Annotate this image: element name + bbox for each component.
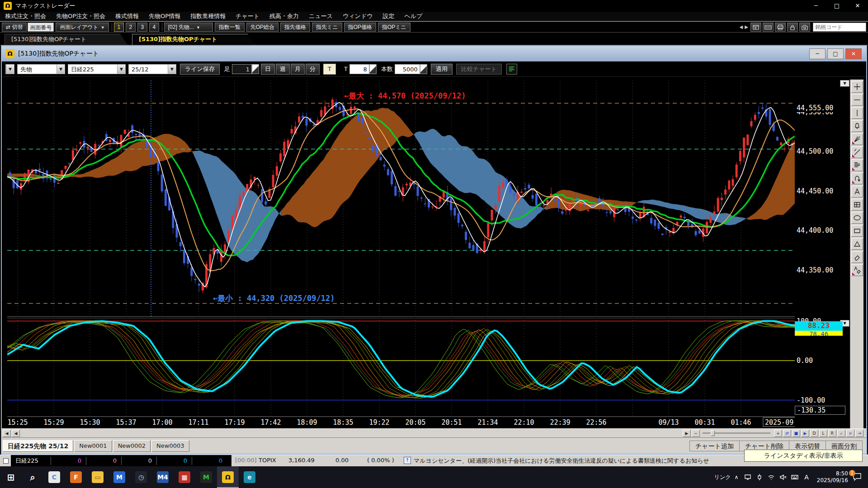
preset-dropdown[interactable]: [02] 先物...▼ — [164, 23, 213, 32]
screen-button-1[interactable]: 1 — [114, 23, 124, 32]
menu-item-11[interactable]: ヘルプ — [400, 12, 428, 20]
nav-button-2[interactable]: ⇄ — [783, 430, 791, 437]
horizontal-line-icon[interactable] — [851, 94, 863, 106]
window-close-icon[interactable] — [750, 23, 761, 32]
taskbar-app-clock[interactable]: ◷ — [130, 466, 152, 488]
chart-tab-1[interactable]: 日経225先物 25/12 — [3, 440, 73, 452]
document-tab-2[interactable]: [5130]指数先物OPチャート — [132, 34, 255, 45]
triangle-icon[interactable] — [851, 238, 863, 250]
screen-switch-button[interactable]: ⇄ 切替 — [2, 23, 27, 32]
taskbar-app-mt4[interactable]: M4 — [152, 466, 174, 488]
eraser-icon[interactable] — [851, 251, 863, 263]
nav-button-3[interactable]: ■ — [792, 430, 800, 437]
taskbar-app-monex[interactable]: Ω — [217, 466, 239, 488]
spinner-icon[interactable] — [369, 64, 377, 74]
camera-icon[interactable] — [799, 23, 810, 32]
wifi-icon[interactable] — [768, 474, 775, 481]
rectangle-icon[interactable] — [851, 225, 863, 237]
quick-button-6[interactable]: 指OPミニ — [378, 23, 410, 32]
chart-tab-4[interactable]: New0003 — [151, 440, 189, 452]
menu-item-10[interactable]: 設定 — [378, 12, 400, 20]
period-day-button[interactable]: 日 — [261, 64, 275, 75]
notification-icon[interactable]: 1 — [853, 473, 862, 482]
quick-button-2[interactable]: 先OP総合 — [246, 23, 278, 32]
menu-item-2[interactable]: 先物OP注文・照会 — [51, 12, 110, 20]
symbol-code-input[interactable] — [813, 23, 866, 32]
keyboard-icon[interactable] — [763, 23, 774, 32]
screen-button-4[interactable]: 4 — [149, 23, 159, 32]
chart-maximize-button[interactable]: □ — [827, 48, 844, 59]
minimize-button[interactable]: ─ — [806, 0, 826, 11]
vertical-line-icon[interactable] — [851, 107, 863, 119]
zoom-pre-button-2[interactable]: − — [692, 430, 700, 437]
compare-chart-button[interactable]: 比較チャート — [456, 64, 502, 75]
taskbar-app-chrome[interactable]: C — [43, 466, 65, 488]
scroll-right-icon[interactable]: ▶ — [744, 24, 749, 29]
uturn-arrow-icon[interactable] — [851, 173, 863, 184]
gann-fan-icon[interactable] — [851, 133, 863, 145]
nav-button-9[interactable]: × — [846, 430, 854, 437]
text-label-icon[interactable] — [851, 186, 863, 197]
taskbar-app-edge[interactable]: e — [239, 466, 260, 488]
scroll-left-icon[interactable]: ◀ — [739, 24, 744, 29]
taskbar-clock[interactable]: 8:50 2025/09/16 — [817, 470, 848, 484]
menu-item-6[interactable]: チャート — [231, 12, 264, 20]
ellipse-icon[interactable] — [851, 212, 863, 224]
trend-line-icon[interactable] — [851, 146, 863, 158]
count-spinner[interactable]: 5000 — [395, 64, 427, 74]
nav-button-10[interactable]: ⇥ — [855, 430, 863, 437]
taskbar-app-grid-red[interactable]: ▦ — [174, 466, 195, 488]
menu-item-7[interactable]: 残高・余力 — [264, 12, 304, 20]
symbol-select[interactable]: 日経225 ▼ — [68, 64, 126, 74]
zoom-slider-thumb[interactable] — [711, 430, 715, 436]
quick-button-5[interactable]: 指OP価格 — [344, 23, 376, 32]
price-oscillator-chart[interactable]: ←最大 : 44,570 (2025/09/12)←最小 : 44,320 (2… — [7, 80, 795, 428]
text-eraser-icon[interactable] — [851, 264, 863, 276]
menu-item-9[interactable]: ウィンドウ — [338, 12, 378, 20]
chart-window-titlebar[interactable]: Ω [5130]指数先物OPチャート ─ □ ✕ — [2, 46, 866, 61]
market-select[interactable]: 先物 ▼ — [17, 64, 65, 74]
period-month-button[interactable]: 月 — [291, 64, 305, 75]
status-checkbox[interactable] — [3, 458, 9, 464]
grid-table-icon[interactable] — [851, 199, 863, 211]
nav-button-1[interactable]: + — [774, 430, 782, 437]
nav-button-8[interactable]: ⌕ — [837, 430, 845, 437]
taskbar-app-explorer[interactable]: ▭ — [87, 466, 108, 488]
period-minute-button[interactable]: 分 — [306, 64, 320, 75]
alert-bell-icon[interactable] — [851, 120, 863, 132]
taskbar-app-start[interactable]: ⊞ — [0, 466, 22, 488]
chart-close-button[interactable]: ✕ — [845, 48, 862, 59]
close-button[interactable]: ✕ — [847, 0, 868, 11]
taskbar-app-firefox[interactable]: F — [65, 466, 87, 488]
screen-button-2[interactable]: 2 — [126, 23, 136, 32]
monitor-icon[interactable] — [744, 474, 751, 481]
layout-dropdown[interactable]: 画面レイアウト▼ — [56, 23, 108, 32]
ime-indicator[interactable]: A — [804, 474, 809, 481]
screen-button-3[interactable]: 3 — [137, 23, 147, 32]
chart-scroll-left-2[interactable]: ◀ — [12, 430, 20, 437]
nav-button-6[interactable]: L — [819, 430, 827, 437]
contract-select[interactable]: 25/12 ▼ — [128, 64, 176, 74]
mini-dropdown[interactable]: ▼ — [5, 64, 14, 74]
menu-item-3[interactable]: 株式情報 — [110, 12, 144, 20]
nav-button-4[interactable]: ▶ — [801, 430, 809, 437]
chart-tab-2[interactable]: New0001 — [74, 440, 112, 452]
news-icon[interactable]: ↑ — [404, 457, 411, 464]
taskbar-app-m-green[interactable]: M — [195, 466, 217, 488]
bar-spinner[interactable]: 1 — [232, 64, 259, 74]
chart-minimize-button[interactable]: ─ — [809, 48, 826, 59]
menu-item-1[interactable]: 株式注文・照会 — [0, 12, 51, 20]
period-week-button[interactable]: 週 — [276, 64, 290, 75]
maximize-button[interactable]: □ — [826, 0, 847, 11]
quick-button-1[interactable]: 指数一覧 — [215, 23, 245, 32]
document-tab-1[interactable]: [5130]指数先物OPチャート — [5, 34, 127, 45]
quick-button-4[interactable]: 指先ミニ — [312, 23, 342, 32]
tray-chevron-icon[interactable]: ∧ — [734, 474, 738, 480]
price-panel-dropdown[interactable]: ▼ — [840, 80, 849, 87]
chart-tab-3[interactable]: New0002 — [113, 440, 151, 452]
taskbar-app-mail[interactable]: M — [108, 466, 130, 488]
nav-button-7[interactable]: R — [828, 430, 836, 437]
plug-icon[interactable] — [756, 474, 763, 481]
quick-button-3[interactable]: 指先価格 — [280, 23, 310, 32]
tick-toggle-active[interactable]: T — [323, 64, 336, 75]
